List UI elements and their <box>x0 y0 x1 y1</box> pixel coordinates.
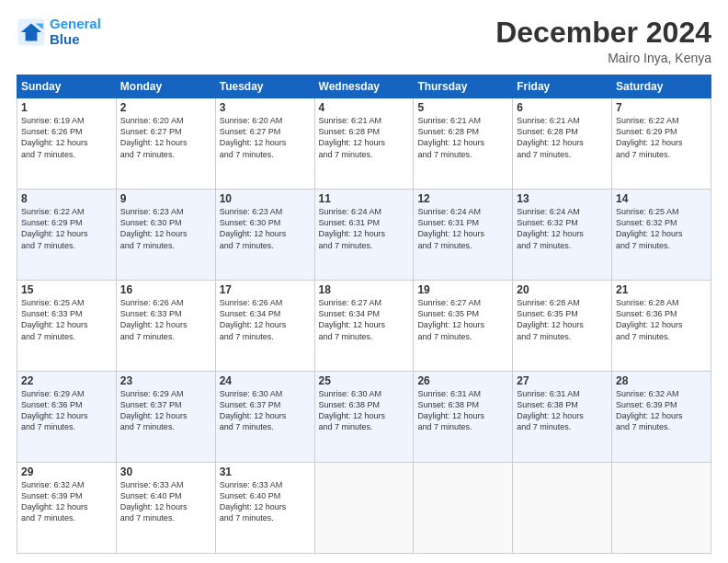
day-number: 27 <box>517 374 608 387</box>
calendar-cell: 1 Sunrise: 6:19 AMSunset: 6:26 PMDayligh… <box>17 98 117 190</box>
day-info: Sunrise: 6:25 AMSunset: 6:33 PMDaylight:… <box>21 297 112 342</box>
calendar-cell: 22 Sunrise: 6:29 AMSunset: 6:36 PMDaylig… <box>17 372 117 463</box>
calendar-table: SundayMondayTuesdayWednesdayThursdayFrid… <box>17 75 711 554</box>
day-info: Sunrise: 6:31 AMSunset: 6:38 PMDaylight:… <box>517 388 608 433</box>
day-info: Sunrise: 6:20 AMSunset: 6:27 PMDaylight:… <box>120 115 211 160</box>
day-info: Sunrise: 6:26 AMSunset: 6:34 PMDaylight:… <box>220 297 311 342</box>
title-block: December 2024 Mairo Inya, Kenya <box>495 17 711 65</box>
header: General Blue December 2024 Mairo Inya, K… <box>17 17 711 65</box>
day-info: Sunrise: 6:33 AMSunset: 6:40 PMDaylight:… <box>120 479 211 524</box>
day-number: 7 <box>616 101 707 114</box>
calendar-cell: 4 Sunrise: 6:21 AMSunset: 6:28 PMDayligh… <box>314 98 414 190</box>
day-number: 26 <box>417 374 508 387</box>
day-number: 23 <box>120 374 211 387</box>
logo-line1: General <box>50 16 101 31</box>
calendar-cell <box>513 463 612 554</box>
calendar-cell: 17 Sunrise: 6:26 AMSunset: 6:34 PMDaylig… <box>215 281 314 372</box>
day-number: 19 <box>417 283 508 296</box>
day-info: Sunrise: 6:33 AMSunset: 6:40 PMDaylight:… <box>220 479 311 524</box>
day-number: 25 <box>319 374 410 387</box>
day-info: Sunrise: 6:24 AMSunset: 6:31 PMDaylight:… <box>319 206 410 251</box>
calendar-week-row: 15 Sunrise: 6:25 AMSunset: 6:33 PMDaylig… <box>17 281 711 372</box>
day-number: 31 <box>220 465 311 478</box>
day-number: 24 <box>220 374 311 387</box>
day-number: 30 <box>120 465 211 478</box>
subtitle: Mairo Inya, Kenya <box>495 51 711 65</box>
day-number: 18 <box>319 283 410 296</box>
calendar-cell: 5 Sunrise: 6:21 AMSunset: 6:28 PMDayligh… <box>414 98 513 190</box>
calendar-week-row: 29 Sunrise: 6:32 AMSunset: 6:39 PMDaylig… <box>17 463 711 554</box>
day-number: 22 <box>21 374 112 387</box>
day-number: 4 <box>319 101 410 114</box>
calendar-week-row: 8 Sunrise: 6:22 AMSunset: 6:29 PMDayligh… <box>17 190 711 281</box>
calendar-day-header: Wednesday <box>314 75 414 98</box>
calendar-cell: 2 Sunrise: 6:20 AMSunset: 6:27 PMDayligh… <box>116 98 215 190</box>
day-info: Sunrise: 6:27 AMSunset: 6:35 PMDaylight:… <box>417 297 508 342</box>
day-info: Sunrise: 6:27 AMSunset: 6:34 PMDaylight:… <box>319 297 410 342</box>
day-info: Sunrise: 6:30 AMSunset: 6:38 PMDaylight:… <box>319 388 410 433</box>
calendar-day-header: Sunday <box>17 75 117 98</box>
day-info: Sunrise: 6:29 AMSunset: 6:37 PMDaylight:… <box>120 388 211 433</box>
day-number: 11 <box>319 192 410 205</box>
calendar-cell: 20 Sunrise: 6:28 AMSunset: 6:35 PMDaylig… <box>513 281 612 372</box>
calendar-cell: 6 Sunrise: 6:21 AMSunset: 6:28 PMDayligh… <box>513 98 612 190</box>
day-info: Sunrise: 6:22 AMSunset: 6:29 PMDaylight:… <box>21 206 112 251</box>
calendar-day-header: Thursday <box>414 75 513 98</box>
calendar-cell: 19 Sunrise: 6:27 AMSunset: 6:35 PMDaylig… <box>414 281 513 372</box>
day-info: Sunrise: 6:24 AMSunset: 6:32 PMDaylight:… <box>517 206 608 251</box>
day-number: 9 <box>120 192 211 205</box>
day-number: 10 <box>220 192 311 205</box>
day-number: 20 <box>517 283 608 296</box>
day-number: 1 <box>21 101 112 114</box>
day-number: 15 <box>21 283 112 296</box>
day-info: Sunrise: 6:23 AMSunset: 6:30 PMDaylight:… <box>120 206 211 251</box>
day-info: Sunrise: 6:21 AMSunset: 6:28 PMDaylight:… <box>417 115 508 160</box>
calendar-cell: 16 Sunrise: 6:26 AMSunset: 6:33 PMDaylig… <box>116 281 215 372</box>
day-number: 5 <box>417 101 508 114</box>
calendar-cell <box>612 463 711 554</box>
day-info: Sunrise: 6:32 AMSunset: 6:39 PMDaylight:… <box>21 479 112 524</box>
day-info: Sunrise: 6:22 AMSunset: 6:29 PMDaylight:… <box>616 115 707 160</box>
calendar-cell: 13 Sunrise: 6:24 AMSunset: 6:32 PMDaylig… <box>513 190 612 281</box>
day-number: 2 <box>120 101 211 114</box>
calendar-cell: 23 Sunrise: 6:29 AMSunset: 6:37 PMDaylig… <box>116 372 215 463</box>
day-info: Sunrise: 6:19 AMSunset: 6:26 PMDaylight:… <box>21 115 112 160</box>
calendar-cell: 28 Sunrise: 6:32 AMSunset: 6:39 PMDaylig… <box>612 372 711 463</box>
calendar-cell: 3 Sunrise: 6:20 AMSunset: 6:27 PMDayligh… <box>215 98 314 190</box>
day-info: Sunrise: 6:28 AMSunset: 6:35 PMDaylight:… <box>517 297 608 342</box>
main-title: December 2024 <box>495 17 711 49</box>
calendar-cell: 21 Sunrise: 6:28 AMSunset: 6:36 PMDaylig… <box>612 281 711 372</box>
calendar-cell: 14 Sunrise: 6:25 AMSunset: 6:32 PMDaylig… <box>612 190 711 281</box>
calendar-cell: 24 Sunrise: 6:30 AMSunset: 6:37 PMDaylig… <box>215 372 314 463</box>
day-info: Sunrise: 6:31 AMSunset: 6:38 PMDaylight:… <box>417 388 508 433</box>
page: General Blue December 2024 Mairo Inya, K… <box>0 0 728 563</box>
day-info: Sunrise: 6:21 AMSunset: 6:28 PMDaylight:… <box>517 115 608 160</box>
day-info: Sunrise: 6:23 AMSunset: 6:30 PMDaylight:… <box>220 206 311 251</box>
logo-line2: Blue <box>50 31 80 47</box>
day-info: Sunrise: 6:21 AMSunset: 6:28 PMDaylight:… <box>319 115 410 160</box>
calendar-cell: 12 Sunrise: 6:24 AMSunset: 6:31 PMDaylig… <box>414 190 513 281</box>
day-info: Sunrise: 6:24 AMSunset: 6:31 PMDaylight:… <box>417 206 508 251</box>
day-number: 28 <box>616 374 707 387</box>
calendar-cell: 8 Sunrise: 6:22 AMSunset: 6:29 PMDayligh… <box>17 190 117 281</box>
calendar-cell: 18 Sunrise: 6:27 AMSunset: 6:34 PMDaylig… <box>314 281 414 372</box>
logo-icon <box>17 17 46 47</box>
day-number: 16 <box>120 283 211 296</box>
day-number: 14 <box>616 192 707 205</box>
day-number: 29 <box>21 465 112 478</box>
calendar-cell: 30 Sunrise: 6:33 AMSunset: 6:40 PMDaylig… <box>116 463 215 554</box>
calendar-cell: 7 Sunrise: 6:22 AMSunset: 6:29 PMDayligh… <box>612 98 711 190</box>
calendar-cell: 11 Sunrise: 6:24 AMSunset: 6:31 PMDaylig… <box>314 190 414 281</box>
calendar-day-header: Friday <box>513 75 612 98</box>
day-number: 17 <box>220 283 311 296</box>
day-info: Sunrise: 6:28 AMSunset: 6:36 PMDaylight:… <box>616 297 707 342</box>
calendar-header-row: SundayMondayTuesdayWednesdayThursdayFrid… <box>17 75 711 98</box>
calendar-cell: 29 Sunrise: 6:32 AMSunset: 6:39 PMDaylig… <box>17 463 117 554</box>
calendar-day-header: Saturday <box>612 75 711 98</box>
calendar-cell: 27 Sunrise: 6:31 AMSunset: 6:38 PMDaylig… <box>513 372 612 463</box>
day-info: Sunrise: 6:30 AMSunset: 6:37 PMDaylight:… <box>220 388 311 433</box>
day-info: Sunrise: 6:32 AMSunset: 6:39 PMDaylight:… <box>616 388 707 433</box>
calendar-cell: 9 Sunrise: 6:23 AMSunset: 6:30 PMDayligh… <box>116 190 215 281</box>
calendar-day-header: Monday <box>116 75 215 98</box>
calendar-week-row: 22 Sunrise: 6:29 AMSunset: 6:36 PMDaylig… <box>17 372 711 463</box>
